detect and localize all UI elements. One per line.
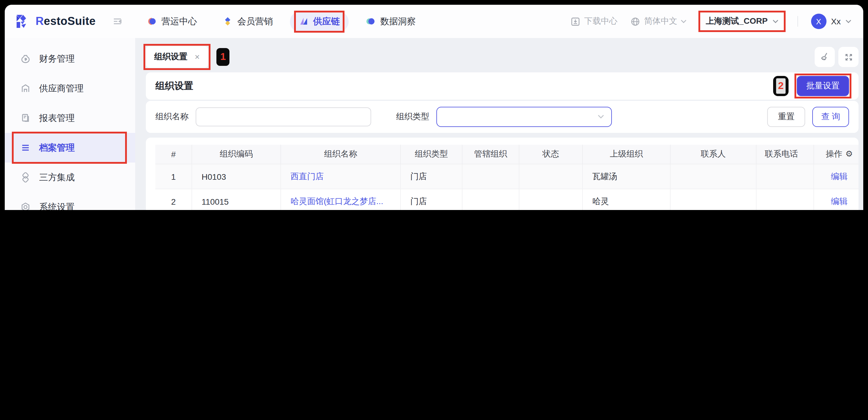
sidebar-item-suppliers[interactable]: 供应商管理 [5,73,135,103]
column-header-name: 组织名称 [281,145,401,164]
screenshot-stage: RestoSuite 营运中心 [0,0,868,210]
tab-label: 组织设置 [154,52,187,62]
sidebar-collapse-icon[interactable] [112,16,123,27]
filter-bar: 组织名称 组织类型 重置 查 询 [146,101,859,133]
sidebar-item-label: 供应商管理 [39,83,84,94]
chevron-down-icon [845,19,851,24]
building-icon [20,83,31,94]
chevron-down-icon [772,19,778,24]
download-icon [571,16,581,26]
report-icon [20,113,31,123]
tab-org-settings[interactable]: 组织设置 ✕ [146,46,208,68]
org-type-select[interactable] [436,107,612,127]
cell-name: 哈灵面馆(虹口龙之梦店... [281,189,401,210]
brand-logo[interactable]: RestoSuite [16,13,96,29]
close-icon[interactable]: ✕ [194,53,200,61]
cell-num: 1 [155,164,192,189]
sidebar-item-label: 系统设置 [39,201,75,210]
sidebar-item-reports[interactable]: 报表管理 [5,103,135,133]
nav-item-label: 供应链 [313,16,340,27]
nav-item-label: 数据洞察 [380,16,416,27]
user-menu[interactable]: X Xx [811,13,851,29]
annotation-marker-2: 2 [773,76,788,96]
nav-item-membership[interactable]: 会员营销 [214,11,282,32]
supply-chain-icon [299,17,309,26]
org-name: 上海测试_CORP [706,16,768,27]
navbar-right: 下载中心 简体中文 上海测试_CORP X Xx [571,12,851,30]
tab-bar: 组织设置 ✕ 1 [146,46,859,68]
brand-name: RestoSuite [36,15,96,28]
org-name-link[interactable]: 哈灵面馆(虹口龙之梦店... [290,196,383,206]
table-card: #组织编码组织名称组织类型管辖组织状态上级组织联系人联系电话操作⚙ 1H0103… [146,138,859,210]
cell-action: 编辑 [814,189,859,210]
cell-managed [462,164,519,189]
nav-item-label: 营运中心 [161,16,197,27]
column-header-action: 操作⚙ [814,145,859,164]
sidebar-item-label: 报表管理 [39,112,75,124]
batch-settings-button[interactable]: 批量设置 [797,76,849,96]
search-button[interactable]: 查 询 [812,107,849,127]
cell-type: 门店 [401,164,462,189]
operations-center-icon [147,17,157,26]
org-name-link[interactable]: 西直门店 [290,171,324,181]
cell-num: 2 [155,189,192,210]
table-header-row: #组织编码组织名称组织类型管辖组织状态上级组织联系人联系电话操作⚙ [155,145,859,164]
sidebar-item-settings[interactable]: 系统设置 [5,192,135,210]
sidebar-item-label: 三方集成 [39,172,75,183]
language-switch[interactable]: 简体中文 [630,16,687,27]
cell-phone [756,164,814,189]
column-header-num: # [155,145,192,164]
tab-toolbar [815,47,859,67]
cell-managed [462,189,519,210]
cell-code: H0103 [192,164,281,189]
sidebar: 财务管理 供应商管理 报表管理 [5,38,135,210]
nav-item-operations[interactable]: 营运中心 [138,11,206,32]
sidebar-item-finance[interactable]: 财务管理 [5,44,135,73]
download-label: 下载中心 [584,16,618,27]
integration-icon [20,172,31,183]
money-bag-icon [20,53,31,64]
chevron-down-icon [681,19,687,24]
cell-code: 110015 [192,189,281,210]
main-nav-menu: 营运中心 会员营销 供应链 [138,11,425,32]
cell-parent: 瓦罐汤 [583,164,670,189]
clean-tabs-button[interactable] [815,47,835,67]
top-navbar: RestoSuite 营运中心 [5,5,863,38]
org-switcher[interactable]: 上海测试_CORP [700,12,784,30]
sidebar-item-archives[interactable]: 档案管理 [5,133,135,162]
cell-phone [756,189,814,210]
cell-name: 西直门店 [281,164,401,189]
cell-contact [670,189,756,210]
language-label: 简体中文 [644,16,677,27]
edit-link[interactable]: 编辑 [831,196,847,206]
column-header-managed: 管辖组织 [462,145,519,164]
nav-item-insights[interactable]: 数据洞察 [357,11,425,32]
cell-parent: 哈灵 [583,189,670,210]
annotation-marker-1: 1 [216,48,229,66]
reset-button[interactable]: 重置 [767,107,805,127]
org-type-label: 组织类型 [396,112,429,122]
edit-link[interactable]: 编辑 [831,171,847,181]
column-header-code: 组织编码 [192,145,281,164]
chevron-down-icon [598,115,604,119]
fullscreen-button[interactable] [838,47,859,67]
column-settings-gear-icon[interactable]: ⚙ [845,149,852,158]
expand-arrows-icon [843,52,854,62]
user-name: Xx [831,17,841,26]
nav-item-supply-chain[interactable]: 供应链 [290,11,349,32]
member-marketing-icon [223,17,233,26]
page-header-card: 组织设置 2 批量设置 [146,72,859,100]
org-name-input[interactable] [196,108,371,126]
main-content: 组织设置 ✕ 1 [135,38,863,210]
restosuite-logo-icon [16,13,31,29]
cell-status [519,164,583,189]
column-header-status: 状态 [519,145,583,164]
column-header-type: 组织类型 [401,145,462,164]
cell-contact [670,164,756,189]
cell-status [519,189,583,210]
sidebar-item-integrations[interactable]: 三方集成 [5,162,135,192]
download-center[interactable]: 下载中心 [571,16,618,27]
table-row: 1H0103西直门店门店瓦罐汤编辑 [155,164,859,189]
cell-type: 门店 [401,189,462,210]
cell-action: 编辑 [814,164,859,189]
